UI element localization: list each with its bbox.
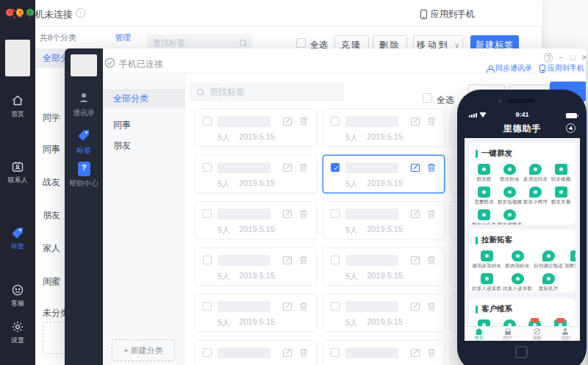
trash-icon[interactable] xyxy=(298,301,309,311)
tag-card[interactable]: 5人2019.5.15 xyxy=(195,340,317,365)
sidebar-item-service[interactable]: 客服 xyxy=(0,283,35,308)
edit-icon[interactable] xyxy=(410,116,420,126)
sidebar-item-tag[interactable]: 标签 xyxy=(0,226,35,251)
feature-item[interactable]: 复制名片 xyxy=(533,272,564,292)
edit-icon[interactable] xyxy=(410,162,420,173)
feature-label: 群发群 xyxy=(472,176,496,183)
tag-card[interactable]: 5人2019.5.15 xyxy=(323,109,445,147)
feature-item[interactable]: 群发群 xyxy=(471,162,497,183)
feature-item[interactable]: 群发视频号 xyxy=(497,208,523,225)
feature-item[interactable]: 至爱群发 xyxy=(471,185,497,206)
sync-contacts-link[interactable]: 同步通讯录 xyxy=(487,63,532,73)
sidebar-item-help[interactable]: 帮助中心 xyxy=(65,162,103,189)
sidebar-item-label: 帮助中心 xyxy=(65,178,103,189)
sidebar-item-settings[interactable]: 设置 xyxy=(0,320,35,345)
edit-icon[interactable] xyxy=(282,162,293,173)
phone-section: 拉新拓客通讯录加好友群内加好友自动通过验证加附近的人拉多人进多群拉多人进单群复制… xyxy=(469,229,576,292)
card-checkbox[interactable] xyxy=(331,209,340,218)
trash-icon[interactable] xyxy=(426,162,437,173)
sidebar-item-home[interactable]: 首页 xyxy=(0,94,35,119)
category-item[interactable]: 同事 xyxy=(103,115,185,135)
card-meta: 5人2019.5.15 xyxy=(218,132,275,143)
edit-icon[interactable] xyxy=(282,301,293,311)
feature-item[interactable]: 多消息转发 xyxy=(523,162,548,183)
feature-item[interactable]: 群发小程序 xyxy=(523,185,548,206)
card-checkbox[interactable] xyxy=(203,348,212,357)
tab-lock[interactable]: 防护 xyxy=(493,327,522,341)
help-circle-icon[interactable]: ? xyxy=(544,53,553,62)
card-checkbox[interactable] xyxy=(331,163,340,172)
tag-card[interactable]: 5人2019.5.15 xyxy=(195,247,317,286)
feature-item[interactable]: 群内加好友 xyxy=(502,249,533,270)
section-title: 一键群发 xyxy=(481,148,512,159)
card-checkbox[interactable] xyxy=(203,163,212,172)
close-icon[interactable]: ✕ xyxy=(580,53,586,62)
edit-icon[interactable] xyxy=(282,209,293,219)
search-input[interactable]: 查找标签 xyxy=(190,82,344,101)
edit-icon[interactable] xyxy=(410,347,420,358)
card-checkbox[interactable] xyxy=(203,302,212,311)
trash-icon[interactable] xyxy=(426,116,437,126)
trash-icon[interactable] xyxy=(426,301,437,311)
edit-icon[interactable] xyxy=(410,209,420,219)
sidebar-item-contacts[interactable]: 联系人 xyxy=(0,160,35,185)
category-item[interactable]: 全部分类 xyxy=(103,89,185,109)
apply-to-phone-link[interactable]: 应用到手机 xyxy=(539,63,584,73)
select-all-checkbox[interactable] xyxy=(296,38,306,48)
feature-item[interactable]: 拉多人进多群 xyxy=(471,272,502,292)
feature-item[interactable]: 自动通过验证 xyxy=(533,249,564,270)
tab-slash[interactable]: 清粉 xyxy=(523,327,551,341)
sidebar-item-addressbook[interactable]: 通讯录 xyxy=(65,91,103,118)
trash-icon[interactable] xyxy=(298,347,309,358)
card-checkbox[interactable] xyxy=(331,256,340,264)
feature-item[interactable]: 群发公众号 xyxy=(471,208,497,225)
tag-card[interactable]: 5人2019.5.15 xyxy=(323,155,445,193)
edit-icon[interactable] xyxy=(410,301,420,311)
apply-to-phone-link[interactable]: 应用到手机 xyxy=(420,8,475,21)
select-all-checkbox[interactable] xyxy=(423,93,432,103)
feature-item[interactable]: 通讯录加好友 xyxy=(471,249,502,270)
trash-icon[interactable] xyxy=(298,162,309,173)
trash-icon[interactable] xyxy=(426,209,437,219)
card-checkbox[interactable] xyxy=(331,348,340,357)
status-time: 9:41 xyxy=(465,111,580,118)
tag-card[interactable]: 5人2019.5.15 xyxy=(195,155,317,193)
trash-icon[interactable] xyxy=(298,209,309,219)
tag-card[interactable]: 5人2019.5.15 xyxy=(323,340,445,365)
tag-card[interactable]: 5人2019.5.15 xyxy=(323,294,445,332)
trash-icon[interactable] xyxy=(298,116,309,126)
card-checkbox[interactable] xyxy=(331,302,340,311)
sidebar-item-tag[interactable]: 标签 xyxy=(65,129,103,156)
category-item[interactable]: 朋友 xyxy=(103,136,185,156)
feature-item[interactable]: 群发好友 xyxy=(497,162,523,183)
edit-icon[interactable] xyxy=(410,255,420,265)
feature-item[interactable]: 转发收藏 xyxy=(548,162,573,183)
trash-icon[interactable] xyxy=(426,347,437,358)
tab-home[interactable]: 首页 xyxy=(465,327,493,341)
card-checkbox[interactable] xyxy=(203,209,212,218)
feature-item[interactable]: 群发文章 xyxy=(548,185,573,206)
maximize-icon[interactable]: □ xyxy=(568,53,577,62)
edit-icon[interactable] xyxy=(282,116,293,126)
minimize-icon[interactable]: − xyxy=(556,53,565,62)
trash-icon[interactable] xyxy=(426,255,437,265)
new-category-button[interactable]: + 新建分类 xyxy=(112,339,175,361)
card-checkbox[interactable] xyxy=(203,256,212,264)
feature-item[interactable]: 拉多人进单群 xyxy=(502,272,533,292)
card-checkbox[interactable] xyxy=(331,117,340,126)
home-button-indicator[interactable] xyxy=(515,346,528,358)
edit-icon[interactable] xyxy=(282,347,293,358)
tag-card[interactable]: 5人2019.5.15 xyxy=(195,294,317,332)
trash-icon[interactable] xyxy=(298,255,309,265)
tag-card[interactable]: 5人2019.5.15 xyxy=(323,247,445,286)
tag-card[interactable]: 5人2019.5.15 xyxy=(195,201,317,239)
card-checkbox[interactable] xyxy=(203,117,212,126)
tab-user[interactable]: 我的 xyxy=(551,327,580,341)
feature-item[interactable]: 加附近的人 xyxy=(564,249,576,270)
feature-item[interactable]: 群发短视频 xyxy=(497,185,523,206)
feature-icon xyxy=(503,187,516,198)
tag-card[interactable]: 5人2019.5.15 xyxy=(195,109,317,147)
edit-icon[interactable] xyxy=(282,255,293,265)
plus-circle-icon[interactable] xyxy=(566,123,576,133)
tag-card[interactable]: 5人2019.5.15 xyxy=(323,201,445,239)
